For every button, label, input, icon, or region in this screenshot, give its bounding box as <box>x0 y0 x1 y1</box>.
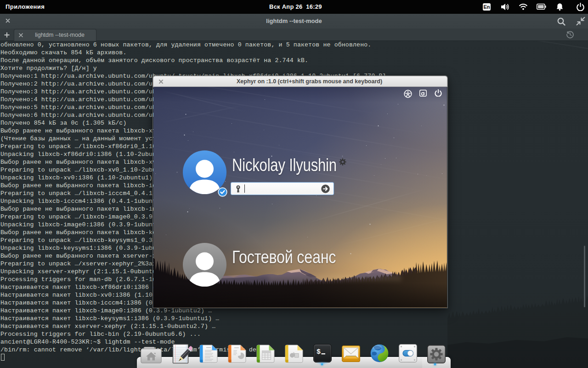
svg-text:$: $ <box>317 348 321 356</box>
